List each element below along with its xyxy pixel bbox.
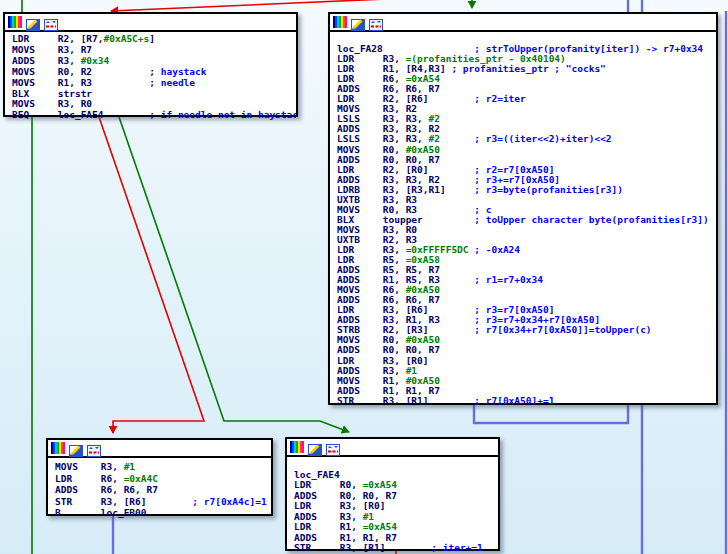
node-color-icon[interactable] <box>290 441 304 453</box>
node-color-icon[interactable] <box>8 16 22 28</box>
node-color-icon[interactable] <box>333 16 347 28</box>
basic-block-strstr[interactable]: LDR R2, [R7,#0xA5C+s] MOVS R3, R7 ADDS R… <box>3 12 298 117</box>
edit-node-icon[interactable] <box>351 16 365 28</box>
edit-node-icon[interactable] <box>26 16 40 28</box>
edge-strstr-fallthrough-to-set-flag <box>99 117 204 433</box>
node-code[interactable]: loc_FA28 ; strToUpper(profanity[iter]) -… <box>330 32 716 406</box>
node-toolbar <box>48 440 271 458</box>
group-node-icon[interactable] <box>44 16 58 28</box>
basic-block-loc_FA28[interactable]: loc_FA28 ; strToUpper(profanity[iter]) -… <box>328 12 718 405</box>
group-node-icon[interactable] <box>326 441 340 453</box>
basic-block-set-flag[interactable]: MOVS R3, #1 LDR R6, =0xA4C ADDS R6, R6, … <box>46 438 273 516</box>
node-color-icon[interactable] <box>51 442 65 454</box>
basic-block-loc_FAE4[interactable]: loc_FAE4 LDR R0, =0xA54 ADDS R0, R0, R7 … <box>285 437 500 551</box>
node-code[interactable]: loc_FAE4 LDR R0, =0xA54 ADDS R0, R0, R7 … <box>287 457 498 554</box>
group-node-icon[interactable] <box>87 442 101 454</box>
node-toolbar <box>287 439 498 457</box>
graph-canvas[interactable]: LDR R2, [R7,#0xA5C+s] MOVS R3, R7 ADDS R… <box>0 0 728 554</box>
node-toolbar <box>330 14 716 32</box>
node-code[interactable]: LDR R2, [R7,#0xA5C+s] MOVS R3, R7 ADDS R… <box>5 32 296 121</box>
edit-node-icon[interactable] <box>69 442 83 454</box>
group-node-icon[interactable] <box>369 16 383 28</box>
node-toolbar <box>5 14 296 32</box>
edit-node-icon[interactable] <box>308 441 322 453</box>
node-code[interactable]: MOVS R3, #1 LDR R6, =0xA4C ADDS R6, R6, … <box>48 458 271 519</box>
edge-entry-to-strstr-block <box>111 0 432 11</box>
